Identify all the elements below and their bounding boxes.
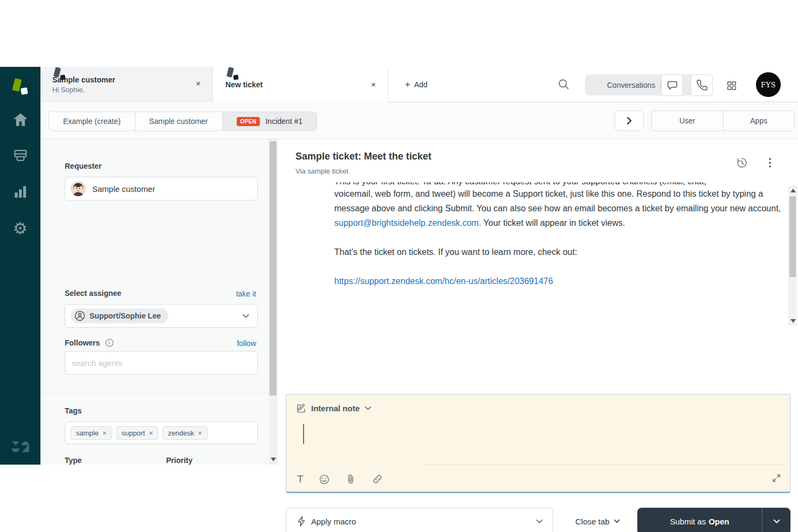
triangle-down-icon [790, 319, 796, 323]
tag-label: support [122, 429, 145, 437]
status-badge: OPEN [237, 117, 260, 126]
type-label: Type [65, 456, 82, 465]
triangle-down-icon [271, 458, 276, 461]
zendesk-mark-icon [11, 439, 30, 454]
apps-grid-button[interactable] [721, 77, 742, 95]
nav-reporting[interactable] [0, 183, 40, 201]
breadcrumb-item-current-ticket[interactable]: OPEN Incident #1 [223, 112, 317, 130]
breadcrumb: Example (create) Sample customer OPEN In… [49, 112, 317, 131]
support-email-link[interactable]: support@brightsidehelp.zendesk.com [334, 218, 479, 227]
text-format-button[interactable]: T [297, 473, 304, 485]
zendesk-logo [0, 436, 40, 458]
submit-status: Open [708, 517, 729, 526]
close-tab-label: Close tab [575, 517, 609, 526]
resize-composer-icon[interactable] [771, 472, 782, 484]
views-icon [13, 149, 28, 163]
followers-field[interactable]: search agents [65, 351, 258, 375]
nav-admin[interactable]: ⚙ [0, 219, 40, 238]
tag-chip[interactable]: zendesk× [162, 426, 207, 440]
conversation-pane: Sample ticket: Meet the ticket Via sampl… [278, 139, 798, 465]
insert-link-button[interactable] [372, 473, 383, 485]
message-text: . Your ticket will appear in ticket view… [479, 218, 625, 227]
ticket-options-button[interactable] [765, 156, 775, 169]
conversation-scrollbar[interactable] [788, 185, 797, 326]
scroll-down-button[interactable] [269, 455, 278, 464]
tags-label: Tags [65, 406, 82, 415]
tag-chip[interactable]: sample× [71, 426, 112, 440]
scrollbar-thumb[interactable] [270, 141, 277, 396]
bar-chart-icon [13, 185, 27, 198]
internal-note-composer[interactable]: Internal note T [286, 394, 790, 493]
phone-icon [696, 79, 708, 91]
agent-icon [74, 310, 86, 322]
user-avatar[interactable]: FYS [756, 72, 781, 97]
channel-selector[interactable]: Internal note [296, 403, 372, 413]
remove-tag-icon[interactable]: × [149, 429, 153, 437]
remove-tag-icon[interactable]: × [102, 429, 107, 437]
ticket-properties-panel: Requester Sample customer Select assigne… [40, 139, 278, 465]
collapse-context-panel-button[interactable] [615, 110, 644, 131]
scrollbar-thumb[interactable] [789, 196, 796, 277]
ticket-events-button[interactable] [735, 156, 748, 169]
tag-label: sample [76, 429, 99, 437]
section-divider [40, 393, 269, 393]
search-button[interactable] [557, 78, 572, 93]
assignee-select[interactable]: Support/Sophie Lee [65, 304, 258, 328]
conversations-label: Conversations [607, 81, 656, 89]
emoji-button[interactable] [319, 474, 330, 485]
apply-macro-button[interactable]: Apply macro [286, 508, 553, 532]
help-article-link[interactable]: https://support.zendesk.com/hc/en-us/art… [334, 277, 553, 286]
history-icon [735, 156, 748, 169]
assignee-label: Select assignee [65, 289, 121, 298]
channel-label: Internal note [311, 404, 360, 413]
message-text: voicemail, web form, and tweet) will bec… [334, 189, 781, 213]
remove-tag-icon[interactable]: × [198, 429, 202, 437]
ticket-tab-new-ticket[interactable]: New ticket × [214, 67, 388, 102]
scroll-up-button[interactable] [788, 186, 797, 195]
kebab-menu-icon [765, 156, 775, 169]
close-tab-icon[interactable]: × [371, 80, 376, 89]
tab-subtitle: Hi Sophie, [52, 86, 115, 94]
nav-views[interactable] [0, 147, 40, 164]
chat-button[interactable] [661, 74, 683, 96]
nav-home[interactable] [0, 111, 40, 128]
submit-button-group: Submit as Open [637, 508, 790, 532]
tab-apps[interactable]: Apps [723, 111, 795, 130]
tab-user[interactable]: User [652, 111, 723, 130]
clipped-message-line: This is your first ticket. Ta-da! Any cu… [334, 182, 787, 186]
submit-options-button[interactable] [762, 508, 790, 532]
paperclip-icon [345, 474, 356, 485]
requester-value: Sample customer [92, 184, 155, 194]
scroll-down-button[interactable] [788, 316, 797, 325]
chevron-down-icon [614, 519, 620, 523]
call-button[interactable] [691, 74, 713, 96]
follow-link[interactable]: follow [237, 339, 256, 348]
breadcrumb-item-brand[interactable]: Example (create) [49, 112, 135, 130]
followers-label: Followers [65, 338, 114, 347]
tag-label: zendesk [168, 429, 194, 437]
top-bar: Sample customer Hi Sophie, × New ticket … [40, 67, 798, 102]
product-logo [0, 75, 40, 97]
emoji-icon [319, 474, 330, 485]
chevron-right-icon [626, 117, 632, 125]
attachment-button[interactable] [345, 474, 356, 485]
chevron-down-icon [773, 519, 780, 524]
ticket-context-bar: Example (create) Sample customer OPEN In… [40, 102, 798, 139]
ticket-tab-sample-customer[interactable]: Sample customer Hi Sophie, × [40, 67, 213, 102]
close-tab-button[interactable]: Close tab [568, 508, 628, 532]
requester-avatar [71, 181, 86, 196]
submit-as-open-button[interactable]: Submit as Open [637, 508, 762, 532]
panel-scrollbar[interactable] [269, 139, 278, 465]
composer-divider [424, 465, 788, 465]
close-tab-icon[interactable]: × [196, 79, 201, 88]
tag-chip[interactable]: support× [116, 426, 159, 440]
take-it-link[interactable]: take it [236, 289, 256, 298]
add-tab-button[interactable]: + Add [397, 67, 435, 102]
compose-note-icon [296, 403, 306, 413]
breadcrumb-item-requester[interactable]: Sample customer [135, 112, 223, 130]
home-icon [13, 113, 28, 127]
plus-icon: + [405, 79, 410, 90]
tags-field[interactable]: sample× support× zendesk× [65, 422, 258, 444]
ticket-icon [228, 67, 238, 80]
requester-field[interactable]: Sample customer [65, 177, 258, 201]
